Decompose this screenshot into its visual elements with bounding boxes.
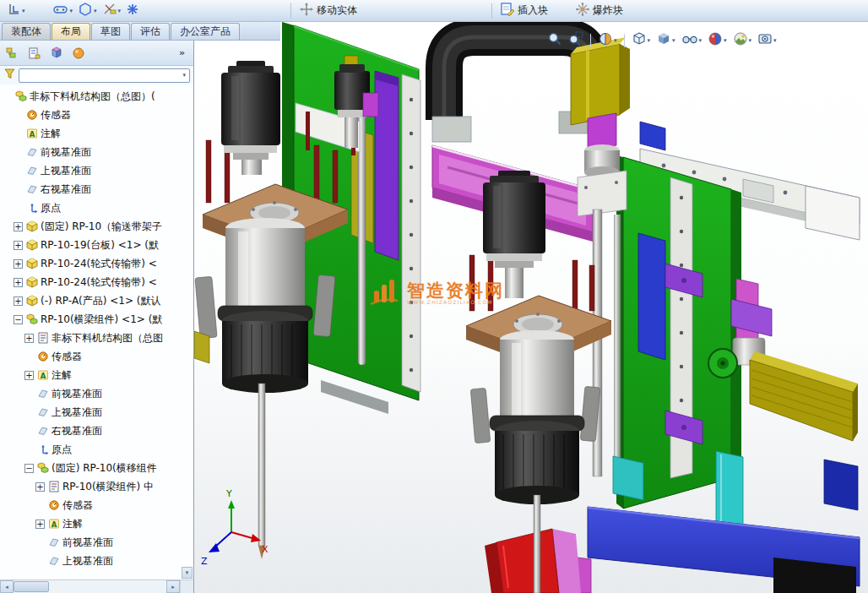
tree-item[interactable]: 原点	[0, 440, 193, 459]
tree-item-label: 传感器	[62, 498, 93, 513]
edit-appearance-button[interactable]: ▾	[706, 30, 729, 51]
tree-item[interactable]: 原点	[0, 199, 193, 217]
expand-icon[interactable]: +	[24, 334, 34, 343]
expand-spacer	[14, 185, 23, 194]
tree-item-label: 注解	[62, 517, 83, 531]
point-tool-button[interactable]	[123, 2, 142, 19]
move-entity-button[interactable]: 移动实体	[296, 1, 360, 20]
propertymanager-tab[interactable]	[27, 46, 42, 61]
tree-item[interactable]: −(固定) RP-10(横移组件	[0, 459, 193, 477]
plane-icon	[47, 555, 60, 568]
u-frame-part[interactable]	[432, 37, 591, 142]
chevron-down-icon: ▾	[724, 37, 727, 44]
expand-icon[interactable]: +	[35, 520, 45, 529]
tree-item[interactable]: +A注解	[0, 366, 193, 384]
display-style-button[interactable]: ▾	[654, 30, 677, 51]
tree-item[interactable]: +RP-10(横梁组件) 中	[0, 477, 193, 496]
tree-item[interactable]: +RP-10-24(轮式传输带) <	[0, 254, 193, 273]
tree-item[interactable]: +(-) RP-A(产品) <1> (默认	[0, 291, 193, 310]
expand-icon[interactable]: +	[14, 222, 23, 231]
expand-icon[interactable]: +	[14, 241, 23, 250]
tree-item[interactable]: 传感器	[0, 496, 193, 514]
scrollbar-corner	[180, 580, 193, 593]
tree-item[interactable]: 前视基准面	[0, 143, 193, 161]
tree-item[interactable]: +(固定) RP-10（输送带架子	[0, 217, 193, 236]
hide-show-items-button[interactable]: ▾	[680, 30, 704, 51]
trim-entities-button[interactable]: ▾	[100, 1, 124, 20]
tree-item[interactable]: +A注解	[0, 514, 193, 533]
filter-input[interactable]	[21, 70, 181, 81]
tree-item[interactable]: 传感器	[0, 347, 193, 366]
configurationmanager-tab[interactable]	[49, 46, 64, 61]
tree-item[interactable]: +RP-10-19(台板) <1> (默	[0, 236, 193, 254]
tree-item-label: 前视基准面	[41, 145, 91, 160]
tree-item[interactable]: 上视基准面	[0, 552, 193, 570]
expand-icon[interactable]: +	[24, 371, 34, 380]
chevron-down-icon: ▾	[22, 8, 25, 14]
collapse-icon[interactable]: −	[24, 464, 34, 473]
polygon-tool-button[interactable]: ▾	[75, 1, 100, 20]
hide-show-items-icon	[681, 31, 698, 49]
scroll-right-button[interactable]: ▸	[166, 580, 180, 593]
tab-layout[interactable]: 布局	[52, 23, 90, 40]
zoom-area-button[interactable]	[567, 30, 585, 51]
tab-office-products[interactable]: 办公室产品	[171, 23, 240, 40]
chevron-down-icon: ▾	[118, 8, 122, 14]
expand-spacer	[14, 148, 23, 157]
tree-item[interactable]: +RP-10-24(轮式传输带) <	[0, 273, 193, 291]
zoom-fit-button[interactable]	[545, 30, 564, 51]
apply-scene-button[interactable]: ▾	[731, 30, 754, 51]
tree-item[interactable]: 非标下料机结构图（总图）(	[0, 87, 193, 106]
tree-item[interactable]: −RP-10(横梁组件) <1> (默	[0, 310, 193, 329]
expand-icon[interactable]: +	[14, 278, 23, 287]
tree-item[interactable]: 前视基准面	[0, 384, 193, 403]
displaymanager-tab[interactable]	[71, 46, 86, 61]
tree-item[interactable]: 右视基准面	[0, 180, 193, 199]
tab-assembly[interactable]: 装配体	[2, 23, 51, 40]
assembly-icon	[14, 90, 27, 103]
horizontal-scrollbar[interactable]: ◂ ▸	[0, 579, 193, 593]
scroll-left-button[interactable]: ◂	[0, 580, 14, 593]
edit-appearance-icon	[708, 31, 723, 49]
tab-sketch[interactable]: 草图	[91, 23, 130, 40]
scrollbar-track[interactable]	[49, 580, 166, 593]
scroll-down-button[interactable]: ▾	[182, 567, 193, 579]
assembly-model[interactable]: Y X Z	[194, 22, 868, 593]
origin-icon	[36, 443, 49, 456]
filter-row: ▾	[0, 66, 193, 84]
tree-item[interactable]: 右视基准面	[0, 422, 193, 440]
convert-entities-button[interactable]: ▾	[3, 1, 28, 20]
filter-funnel-icon[interactable]	[3, 68, 16, 83]
expand-spacer	[14, 204, 23, 213]
tree-item[interactable]: A注解	[0, 124, 193, 143]
tab-evaluate[interactable]: 评估	[131, 23, 170, 40]
tree-item-label: RP-10(横梁组件) 中	[62, 480, 154, 494]
sensor-icon	[47, 499, 60, 512]
view-settings-button[interactable]: ▾	[756, 30, 778, 51]
section-view-button[interactable]: ▾	[596, 30, 619, 51]
collapse-icon[interactable]: −	[14, 315, 23, 324]
slot-tool-button[interactable]: ▾	[50, 1, 76, 20]
explode-block-label: 爆炸块	[593, 3, 623, 18]
graphics-viewport[interactable]: Y X Z ▾ ▾ ▾ ▾ ▾ ▾ ▾	[194, 22, 868, 593]
tree-item[interactable]: 前视基准面	[0, 533, 193, 552]
plane-icon	[47, 536, 60, 549]
expand-icon[interactable]: +	[14, 296, 23, 306]
insert-block-button[interactable]: 插入块	[497, 1, 551, 20]
tree-item[interactable]: 上视基准面	[0, 161, 193, 180]
component-icon	[25, 295, 38, 307]
plane-icon	[25, 146, 38, 159]
chevron-down-icon[interactable]: ▾	[181, 72, 187, 79]
tree-item[interactable]: 传感器	[0, 106, 193, 124]
featuremanager-tab[interactable]	[5, 46, 20, 61]
expand-icon[interactable]: +	[35, 482, 45, 492]
panel-expand-chevrons[interactable]: »	[176, 47, 188, 58]
base-plates-part[interactable]	[485, 507, 860, 593]
expand-icon[interactable]: +	[14, 259, 23, 269]
view-orientation-button[interactable]: ▾	[630, 30, 653, 51]
scrollbar-thumb[interactable]	[14, 581, 49, 592]
explode-block-button[interactable]: 爆炸块	[572, 1, 626, 20]
panel-tab-bar: »	[0, 41, 193, 66]
tree-item[interactable]: 上视基准面	[0, 403, 193, 422]
tree-item[interactable]: +非标下料机结构图（总图	[0, 329, 193, 347]
